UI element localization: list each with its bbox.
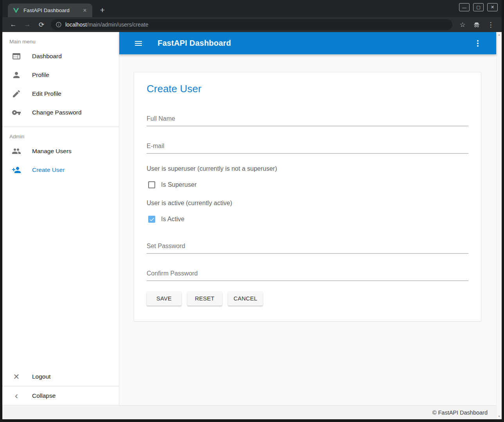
- page-scrollbar[interactable]: ▲ ▼: [496, 32, 502, 419]
- superuser-checkbox[interactable]: [148, 181, 155, 188]
- sidebar-caption-main-menu: Main menu: [2, 32, 119, 47]
- sidebar-item-collapse[interactable]: ‹ Collapse: [2, 386, 119, 405]
- page-content: Main menu Dashboard Profile: [2, 32, 502, 419]
- active-hint: User is active (currently active): [147, 200, 468, 207]
- sidebar-item-edit-profile[interactable]: Edit Profile: [2, 84, 119, 103]
- browser-titlebar: FastAPI Dashboard × + — ▢ ✕: [2, 0, 502, 17]
- browser-menu-icon[interactable]: ⋮: [486, 20, 496, 30]
- person-icon: [12, 70, 21, 80]
- active-checkbox[interactable]: [148, 216, 155, 223]
- appbar-kebab-icon[interactable]: [473, 39, 482, 48]
- browser-window: FastAPI Dashboard × + — ▢ ✕ ← → ⟳ localh…: [0, 0, 504, 422]
- browser-toolbar: ← → ⟳ localhost/main/admin/users/create …: [2, 17, 502, 32]
- sidebar-item-change-password[interactable]: Change Password: [2, 103, 119, 122]
- dashboard-web-icon: [12, 52, 21, 61]
- checkbox-label: Is Superuser: [161, 181, 197, 188]
- page-body: Create User User is superuser (currently…: [119, 54, 496, 405]
- sidebar-item-logout[interactable]: ✕ Logout: [2, 367, 119, 386]
- key-icon: [12, 108, 21, 117]
- bookmark-star-icon[interactable]: ☆: [457, 20, 468, 30]
- set-password-field: [147, 240, 468, 254]
- sidebar-item-label: Create User: [32, 166, 65, 173]
- reload-icon[interactable]: ⟳: [36, 19, 47, 30]
- url-path: /main/admin/users/create: [87, 21, 148, 28]
- tab-title: FastAPI Dashboard: [23, 7, 81, 13]
- scroll-up-icon[interactable]: ▲: [498, 33, 500, 36]
- superuser-hint: User is superuser (currently is not a su…: [147, 165, 468, 172]
- people-icon: [12, 147, 21, 156]
- hamburger-menu-icon[interactable]: [134, 39, 143, 48]
- back-icon[interactable]: ←: [8, 19, 19, 30]
- confirm-password-field: [147, 268, 468, 281]
- reset-button[interactable]: RESET: [187, 291, 222, 306]
- checkmark-icon: [149, 216, 155, 222]
- active-checkbox-row: Is Active: [147, 216, 468, 223]
- close-button[interactable]: ✕: [487, 3, 498, 11]
- sidebar-item-label: Logout: [32, 373, 50, 380]
- save-button[interactable]: SAVE: [147, 291, 181, 306]
- minimize-button[interactable]: —: [459, 3, 470, 11]
- chevron-left-icon: ‹: [12, 390, 21, 401]
- browser-tab[interactable]: FastAPI Dashboard ×: [8, 4, 92, 17]
- sidebar: Main menu Dashboard Profile: [2, 32, 119, 405]
- person-add-icon: [12, 165, 21, 175]
- url-bar[interactable]: localhost/main/admin/users/create: [51, 19, 452, 30]
- sidebar-item-label: Change Password: [32, 109, 82, 116]
- incognito-icon: [472, 20, 482, 30]
- sidebar-spacer: [2, 179, 119, 367]
- maximize-button[interactable]: ▢: [473, 3, 484, 11]
- pencil-icon: [12, 89, 21, 98]
- superuser-checkbox-row: Is Superuser: [147, 181, 468, 188]
- logout-x-icon: ✕: [12, 372, 21, 381]
- sidebar-item-label: Manage Users: [32, 148, 72, 155]
- sidebar-item-profile[interactable]: Profile: [2, 66, 119, 84]
- sidebar-item-label: Collapse: [32, 392, 56, 399]
- form-actions: SAVE RESET CANCEL: [147, 291, 468, 306]
- cancel-button[interactable]: CANCEL: [228, 291, 263, 306]
- sidebar-caption-admin: Admin: [2, 127, 119, 142]
- new-tab-button[interactable]: +: [97, 5, 108, 16]
- sidebar-item-dashboard[interactable]: Dashboard: [2, 47, 119, 66]
- email-field: [147, 140, 468, 154]
- vue-logo-icon: [13, 7, 20, 14]
- window-controls: — ▢ ✕: [459, 3, 498, 11]
- checkbox-label: Is Active: [161, 216, 185, 223]
- email-input[interactable]: [147, 140, 468, 154]
- sidebar-item-label: Profile: [32, 72, 49, 79]
- copyright-text: © FastAPI Dashboard: [432, 409, 488, 416]
- forward-icon[interactable]: →: [22, 19, 33, 30]
- site-info-icon[interactable]: [56, 21, 62, 28]
- full-name-input[interactable]: [147, 113, 468, 126]
- full-name-field: [147, 113, 468, 126]
- scroll-down-icon[interactable]: ▼: [498, 415, 500, 418]
- main-area: FastAPI Dashboard Create User: [119, 32, 496, 405]
- set-password-input[interactable]: [147, 240, 468, 254]
- page-title: Create User: [147, 83, 468, 95]
- sidebar-item-create-user[interactable]: Create User: [2, 161, 119, 179]
- app-title: FastAPI Dashboard: [158, 39, 231, 48]
- tab-close-icon[interactable]: ×: [81, 7, 88, 14]
- sidebar-item-manage-users[interactable]: Manage Users: [2, 142, 119, 161]
- sidebar-item-label: Dashboard: [32, 53, 62, 60]
- url-host: localhost: [65, 21, 87, 28]
- page-footer: © FastAPI Dashboard: [2, 405, 496, 419]
- sidebar-item-label: Edit Profile: [32, 90, 61, 97]
- create-user-card: Create User User is superuser (currently…: [134, 72, 481, 322]
- app-header: FastAPI Dashboard: [119, 32, 496, 54]
- confirm-password-input[interactable]: [147, 268, 468, 281]
